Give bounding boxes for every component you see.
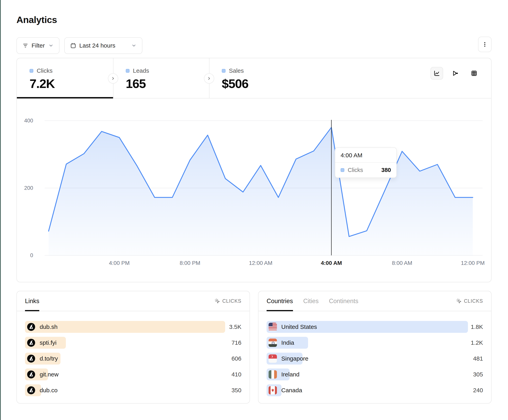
table-grid-icon xyxy=(471,70,478,77)
metric-value: 165 xyxy=(126,76,209,91)
clicks-timeseries-chart[interactable]: 02004004:00 PM8:00 PM12:00 AM4:00 AM8:00… xyxy=(17,98,491,282)
svg-text:4:00 AM: 4:00 AM xyxy=(321,260,342,266)
filter-icon xyxy=(22,43,28,49)
countries-metric-selector[interactable]: CLICKS xyxy=(456,298,483,304)
metric-value: 7.2K xyxy=(30,76,113,91)
country-label: United States xyxy=(281,324,317,330)
table-view-button[interactable] xyxy=(468,67,480,80)
country-row[interactable]: India 1.2K xyxy=(267,337,483,349)
link-row[interactable]: dub.sh 3.5K xyxy=(25,321,241,333)
country-clicks-value: 481 xyxy=(473,355,483,362)
cursor-click-icon xyxy=(456,298,462,304)
metric-value: $506 xyxy=(222,76,308,91)
line-chart-icon xyxy=(433,70,440,77)
dub-logo-icon xyxy=(27,370,35,379)
country-clicks-value: 1.2K xyxy=(471,339,483,346)
countries-panel: Countries Cities Continents CLICKS Unite… xyxy=(258,291,492,404)
link-clicks-value: 716 xyxy=(232,339,241,346)
line-chart-view-button[interactable] xyxy=(430,67,443,80)
sales-legend-swatch xyxy=(222,69,225,73)
kebab-menu-icon xyxy=(482,41,488,47)
toolbar: Filter Last 24 hours xyxy=(16,37,142,54)
link-label: d.to/try xyxy=(40,355,58,362)
link-row[interactable]: dub.co 350 xyxy=(25,384,241,396)
country-clicks-value: 240 xyxy=(473,387,483,394)
chevron-down-icon xyxy=(131,43,136,48)
links-metric-selector[interactable]: CLICKS xyxy=(215,298,241,304)
country-row[interactable]: Canada 240 xyxy=(267,384,483,396)
india-flag-icon xyxy=(269,339,277,347)
metric-label: Clicks xyxy=(37,67,52,74)
chevron-down-icon xyxy=(48,43,53,48)
expand-leads-button[interactable] xyxy=(204,73,214,84)
svg-text:200: 200 xyxy=(24,185,33,191)
tab-clicks[interactable]: Clicks 7.2K xyxy=(17,58,113,98)
canada-flag-icon xyxy=(269,386,277,394)
clicks-legend-swatch xyxy=(341,168,344,172)
funnel-view-button[interactable] xyxy=(449,67,462,80)
page-title: Analytics xyxy=(16,14,57,25)
link-clicks-value: 606 xyxy=(232,355,241,362)
countries-panel-header: Countries Cities Continents CLICKS xyxy=(258,291,491,311)
tab-countries[interactable]: Countries xyxy=(267,291,293,311)
country-row[interactable]: United States 1.8K xyxy=(267,321,483,333)
tab-cities[interactable]: Cities xyxy=(303,291,319,311)
ireland-flag-icon xyxy=(269,370,277,379)
tooltip-row: Clicks 380 xyxy=(335,163,396,178)
links-list: dub.sh 3.5K spti.fyi 716 d.to/try 606 xyxy=(17,311,250,396)
tab-label: Countries xyxy=(267,297,293,305)
countries-list: United States 1.8K India 1.2K Singapore … xyxy=(258,311,491,396)
country-clicks-value: 305 xyxy=(473,371,483,378)
chart-view-toggles xyxy=(430,67,480,80)
link-row[interactable]: git.new 410 xyxy=(25,369,241,380)
link-clicks-value: 410 xyxy=(232,371,241,378)
chevron-right-icon xyxy=(111,76,115,81)
cursor-click-icon xyxy=(215,298,220,304)
link-label: spti.fyi xyxy=(40,339,57,346)
dub-logo-icon xyxy=(27,323,35,331)
date-range-button[interactable]: Last 24 hours xyxy=(64,37,142,54)
metric-header-label: CLICKS xyxy=(464,298,483,304)
svg-text:4:00 PM: 4:00 PM xyxy=(109,260,129,266)
tooltip-value: 380 xyxy=(381,167,391,173)
dub-logo-icon xyxy=(27,339,35,347)
link-row[interactable]: d.to/try 606 xyxy=(25,353,241,364)
window-edge-strip xyxy=(0,0,1,420)
links-panel-header: Links CLICKS xyxy=(17,291,250,311)
svg-text:8:00 PM: 8:00 PM xyxy=(180,260,200,266)
country-row[interactable]: Ireland 305 xyxy=(267,369,483,380)
expand-clicks-button[interactable] xyxy=(108,73,118,84)
dub-logo-icon xyxy=(27,386,35,394)
leads-legend-swatch xyxy=(126,69,129,73)
country-label: Canada xyxy=(281,387,302,394)
tab-continents[interactable]: Continents xyxy=(329,291,358,311)
svg-text:12:00 AM: 12:00 AM xyxy=(249,260,272,266)
links-panel: Links CLICKS dub.sh 3.5K spti.fyi 7 xyxy=(16,291,250,404)
calendar-icon xyxy=(70,43,76,49)
link-row[interactable]: spti.fyi 716 xyxy=(25,337,241,349)
country-label: India xyxy=(281,339,294,346)
svg-text:12:00 PM: 12:00 PM xyxy=(461,260,485,266)
tab-sales[interactable]: Sales $506 xyxy=(209,58,308,98)
singapore-flag-icon xyxy=(269,355,277,363)
more-options-button[interactable] xyxy=(478,37,492,52)
date-range-label: Last 24 hours xyxy=(79,42,115,49)
link-clicks-value: 350 xyxy=(232,387,241,394)
country-clicks-value: 1.8K xyxy=(471,324,483,330)
metric-tabs: Clicks 7.2K Leads 165 Sales $506 xyxy=(17,58,491,98)
link-label: dub.sh xyxy=(40,324,58,330)
tooltip-time: 4:00 AM xyxy=(335,148,396,162)
metric-label: Leads xyxy=(133,67,149,74)
tab-links[interactable]: Links xyxy=(25,291,39,311)
tab-label: Continents xyxy=(329,297,358,305)
country-label: Singapore xyxy=(281,355,308,362)
country-label: Ireland xyxy=(281,371,299,378)
metric-label: Sales xyxy=(229,67,244,74)
dub-logo-icon xyxy=(27,355,35,363)
link-label: dub.co xyxy=(40,387,58,394)
us-flag-icon xyxy=(269,323,277,331)
active-tab-underline xyxy=(17,97,113,98)
tab-leads[interactable]: Leads 165 xyxy=(113,58,209,98)
country-row[interactable]: Singapore 481 xyxy=(267,353,483,364)
filter-button[interactable]: Filter xyxy=(16,37,60,54)
